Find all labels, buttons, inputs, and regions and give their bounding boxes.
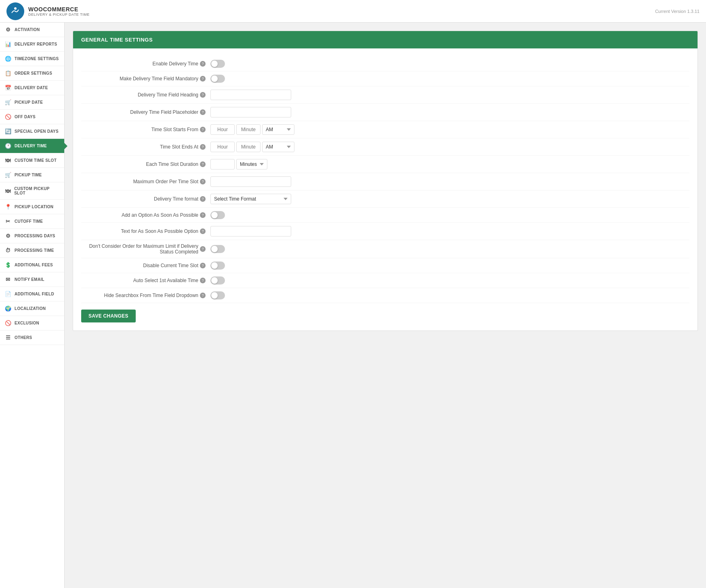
logo-subtitle: DELIVERY & PICKUP DATE TIME	[28, 13, 90, 17]
time-slot-group-ends: AM PM	[210, 142, 294, 152]
input-duration-value[interactable]	[210, 159, 235, 169]
toggle-asap[interactable]	[210, 211, 225, 219]
label-field-placeholder: Delivery Time Field Placeholder ?	[81, 109, 210, 115]
toggle-make-mandatory[interactable]	[210, 75, 225, 83]
additional-fees-icon: 💲	[5, 262, 11, 268]
sidebar-item-pickup-location[interactable]: 📍 PICKUP LOCATION	[0, 200, 64, 214]
sidebar-item-pickup-date[interactable]: 🛒 PICKUP DATE	[0, 95, 64, 110]
select-starts-ampm[interactable]: AM PM	[262, 124, 294, 135]
sidebar-item-label: OFF DAYS	[15, 115, 36, 119]
label-make-mandatory: Make Delivery Time Field Mandatory ?	[81, 76, 210, 82]
toggle-knob	[211, 61, 218, 67]
row-time-format: Delivery Time format ? Select Time Forma…	[81, 190, 689, 208]
special-open-days-icon: 🔄	[5, 128, 11, 134]
help-icon-auto-select[interactable]: ?	[200, 278, 206, 283]
sidebar-item-cutoff-time[interactable]: ✂ CUTOFF TIME	[0, 214, 64, 229]
help-icon-time-format[interactable]: ?	[200, 196, 206, 202]
input-field-placeholder[interactable]	[210, 107, 291, 117]
custom-time-slot-icon: 🍽	[5, 157, 11, 163]
pickup-time-icon: 🛒	[5, 172, 11, 178]
input-ends-hour[interactable]	[210, 142, 235, 152]
control-field-placeholder	[210, 107, 689, 117]
sidebar-item-processing-days[interactable]: ⚙ PROCESSING DAYS	[0, 229, 64, 243]
sidebar-item-custom-time-slot[interactable]: 🍽 CUSTOM TIME SLOT	[0, 153, 64, 168]
sidebar-item-timezone-settings[interactable]: 🌐 TIMEZONE SETTINGS	[0, 52, 64, 66]
help-icon-enable-delivery-time[interactable]: ?	[200, 61, 206, 67]
help-icon-disable-current[interactable]: ?	[200, 263, 206, 268]
help-icon-slot-ends[interactable]: ?	[200, 144, 206, 150]
row-dont-consider: Don't Consider Order for Maximum Limit i…	[81, 240, 689, 258]
sidebar-item-delivery-time[interactable]: 🕐 DELIVERY TIME	[0, 139, 64, 153]
section-body: Enable Delivery Time ? Make Delivery Ti	[73, 48, 698, 331]
sidebar-item-processing-time[interactable]: ⏱ PROCESSING TIME	[0, 243, 64, 258]
sidebar-item-delivery-date[interactable]: 📅 DELIVERY DATE	[0, 81, 64, 95]
sidebar-item-label: LOCALIZATION	[15, 306, 46, 311]
help-icon-max-order[interactable]: ?	[200, 179, 206, 184]
sidebar-item-delivery-reports[interactable]: 📊 DELIVERY REPORTS	[0, 37, 64, 52]
control-slot-starts: AM PM	[210, 124, 689, 135]
save-button[interactable]: SAVE CHANGES	[81, 310, 136, 322]
input-max-order[interactable]	[210, 176, 291, 187]
control-slot-ends: AM PM	[210, 142, 689, 152]
sidebar-item-label: DELIVERY TIME	[15, 144, 47, 148]
input-starts-minute[interactable]	[236, 124, 261, 135]
label-hide-searchbox: Hide Searchbox From Time Field Dropdown …	[81, 293, 210, 298]
sidebar-item-label: EXCLUSION	[15, 321, 39, 325]
toggle-dont-consider[interactable]	[210, 245, 225, 253]
help-icon-field-heading[interactable]: ?	[200, 92, 206, 98]
input-asap-text[interactable]	[210, 226, 291, 236]
main-content: GENERAL TIME SETTINGS Enable Delivery Ti…	[65, 23, 706, 588]
help-icon-duration[interactable]: ?	[200, 161, 206, 167]
sidebar: ⚙ ACTIVATION 📊 DELIVERY REPORTS 🌐 TIMEZO…	[0, 23, 65, 588]
help-icon-hide-searchbox[interactable]: ?	[200, 293, 206, 298]
sidebar-item-activation[interactable]: ⚙ ACTIVATION	[0, 23, 64, 37]
sidebar-item-additional-field[interactable]: 📄 ADDITIONAL FIELD	[0, 287, 64, 301]
sidebar-item-custom-pickup-slot[interactable]: 🍽 CUSTOM PICKUP SLOT	[0, 182, 64, 200]
sidebar-item-special-open-days[interactable]: 🔄 SPECIAL OPEN DAYS	[0, 124, 64, 139]
help-icon-dont-consider[interactable]: ?	[200, 246, 206, 252]
sidebar-item-notify-email[interactable]: ✉ NOTIFY EMAIL	[0, 272, 64, 287]
input-field-heading[interactable]	[210, 90, 291, 100]
sidebar-item-label: ORDER SETTINGS	[15, 71, 52, 75]
help-icon-slot-starts[interactable]: ?	[200, 127, 206, 132]
control-asap-option	[210, 211, 689, 219]
toggle-hide-searchbox[interactable]	[210, 291, 225, 299]
row-asap-text: Text for As Soon As Possible Option ?	[81, 223, 689, 240]
sidebar-item-exclusion[interactable]: 🚫 EXCLUSION	[0, 316, 64, 331]
processing-days-icon: ⚙	[5, 233, 11, 239]
toggle-auto-select[interactable]	[210, 276, 225, 285]
input-starts-hour[interactable]	[210, 124, 235, 135]
select-time-format[interactable]: Select Time Format 12 Hour 24 Hour	[210, 194, 291, 204]
help-icon-asap[interactable]: ?	[200, 212, 206, 218]
sidebar-item-additional-fees[interactable]: 💲 ADDITIONAL FEES	[0, 258, 64, 272]
input-ends-minute[interactable]	[236, 142, 261, 152]
help-icon-make-mandatory[interactable]: ?	[200, 76, 206, 82]
label-asap-text: Text for As Soon As Possible Option ?	[81, 228, 210, 234]
sidebar-item-label: ADDITIONAL FEES	[15, 263, 53, 267]
label-dont-consider: Don't Consider Order for Maximum Limit i…	[81, 243, 210, 255]
help-icon-field-placeholder[interactable]: ?	[200, 109, 206, 115]
toggle-enable-delivery-time[interactable]	[210, 60, 225, 68]
notify-email-icon: ✉	[5, 276, 11, 282]
select-ends-ampm[interactable]: AM PM	[262, 142, 294, 152]
sidebar-item-others[interactable]: ☰ OTHERS	[0, 331, 64, 345]
toggle-disable-current[interactable]	[210, 262, 225, 270]
order-settings-icon: 📋	[5, 70, 11, 76]
label-duration: Each Time Slot Duration ?	[81, 161, 210, 167]
sidebar-item-order-settings[interactable]: 📋 ORDER SETTINGS	[0, 66, 64, 81]
row-duration: Each Time Slot Duration ? Minutes Hours	[81, 156, 689, 173]
sidebar-item-localization[interactable]: 🌍 LOCALIZATION	[0, 301, 64, 316]
sidebar-item-off-days[interactable]: 🚫 OFF DAYS	[0, 110, 64, 124]
row-asap-option: Add an Option As Soon As Possible ?	[81, 208, 689, 223]
sidebar-item-pickup-time[interactable]: 🛒 PICKUP TIME	[0, 168, 64, 182]
row-enable-delivery-time: Enable Delivery Time ?	[81, 56, 689, 71]
select-duration-unit[interactable]: Minutes Hours	[236, 159, 267, 169]
toggle-knob	[211, 75, 218, 82]
exclusion-icon: 🚫	[5, 320, 11, 326]
control-auto-select	[210, 276, 689, 285]
toggle-knob	[211, 212, 218, 218]
help-icon-asap-text[interactable]: ?	[200, 228, 206, 234]
label-time-format: Delivery Time format ?	[81, 196, 210, 202]
sidebar-item-label: CUSTOM TIME SLOT	[15, 158, 57, 163]
time-slot-group-starts: AM PM	[210, 124, 294, 135]
